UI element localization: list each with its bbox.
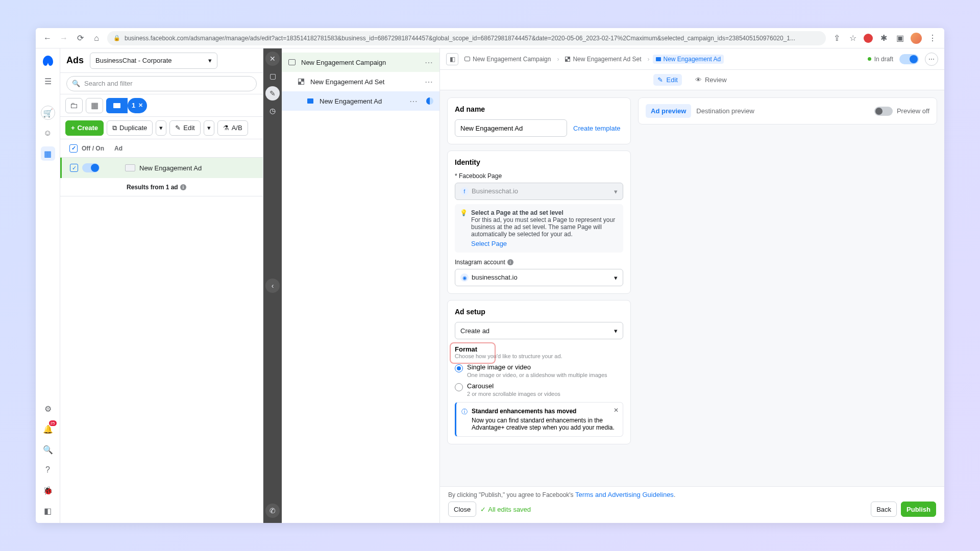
duplicate-button[interactable]: ⧉Duplicate [107,120,153,136]
check-icon: ✓ [480,506,486,513]
breadcrumb: ◧ New Engagement Campaign › New Engageme… [440,48,944,70]
page-title: Ads [66,55,84,66]
ad-name-card: Ad name Create template [447,97,631,144]
grid-view-icon[interactable]: ▦ [86,98,103,113]
search-icon[interactable]: 🔍 [41,442,55,457]
crumb-adset[interactable]: New Engagement Ad Set [562,55,644,64]
tab-edit[interactable]: ✎Edit [653,74,681,86]
edit-more[interactable]: ▾ [204,120,214,136]
crumb-ad[interactable]: New Engagement Ad [653,55,724,64]
ig-select[interactable]: ◉businesschat.io ▾ [455,269,623,286]
bulb-icon: 💡 [460,209,467,216]
meta-logo-icon[interactable] [41,54,55,68]
crumb-campaign[interactable]: New Engagement Campaign [461,55,554,64]
create-template-link[interactable]: Create template [573,124,621,132]
preview-tab-ad[interactable]: Ad preview [646,104,691,118]
ab-test-button[interactable]: ⚗A/B [217,120,248,136]
more-icon[interactable]: ⋯ [425,77,433,87]
create-button[interactable]: +Create [65,120,104,136]
info-icon: ⓘ [461,408,468,431]
collapse-icon[interactable]: ‹ [265,279,280,293]
tree-ad[interactable]: New Engagement Ad ⋯ [282,91,439,111]
bug-icon[interactable]: 🐞 [41,483,55,497]
pencil-icon[interactable]: ✎ [265,86,280,101]
close-button[interactable]: Close [448,502,476,517]
puzzle-icon[interactable]: ✱ [878,33,889,44]
toggle[interactable] [82,163,100,172]
extension-icon[interactable] [864,34,873,43]
format-option-single[interactable]: Single image or video One image or video… [455,363,623,378]
url-bar[interactable]: 🔒 business.facebook.com/adsmanager/manag… [107,31,826,45]
checkbox-all[interactable]: ✓ [69,144,78,153]
grid-icon[interactable]: ▦ [41,146,55,161]
footer: By clicking "Publish," you agree to Face… [440,486,944,523]
draft-toggle[interactable] [899,54,919,64]
preview-tab-dest[interactable]: Destination preview [691,104,759,118]
tree-adset[interactable]: New Engagement Ad Set ⋯ [282,72,439,91]
tree-panel: New Engagement Campaign ⋯ New Engagement… [282,48,440,523]
fb-page-label: * Facebook Page [455,172,623,180]
edit-button[interactable]: ✎Edit [169,120,200,136]
panel-left-icon[interactable]: ◧ [41,504,55,518]
ad-setup-card: Ad setup Create ad ▾ Format Choose how y… [447,300,631,444]
account-selector[interactable]: BusinessChat - Corporate ▾ [90,53,217,69]
chevron-down-icon: ▾ [614,274,618,282]
ads-tab[interactable] [106,98,128,113]
publish-button[interactable]: Publish [901,502,936,517]
cart-icon[interactable]: 🛒 [41,106,55,120]
panel-icon[interactable]: ▣ [894,33,905,44]
info-icon[interactable]: i [507,259,513,265]
menu-icon[interactable]: ⋮ [927,33,938,44]
fb-page-select[interactable]: fBusinesschat.io ▾ [455,183,623,200]
close-icon[interactable]: ✕ [138,102,143,109]
annotation-circle [450,342,496,364]
ad-thumb-icon [125,164,135,171]
select-page-link[interactable]: Select Page [471,240,618,247]
close-icon[interactable]: ✕ [265,52,280,66]
reload-icon[interactable]: ⟳ [75,33,86,44]
chevron-down-icon: ▾ [614,188,618,195]
phone-icon[interactable]: ✆ [265,504,280,518]
search-input[interactable]: 🔍 Search and filter [66,76,257,91]
checkbox-row[interactable]: ✓ [70,164,78,172]
panel-toggle-icon[interactable]: ◧ [446,53,458,65]
filter-pill[interactable]: 1 ✕ [128,98,147,113]
preview-card: Ad preview Destination preview Preview o… [638,97,937,124]
browser-toolbar: ← → ⟳ ⌂ 🔒 business.facebook.com/adsmanag… [36,28,944,48]
ad-name-input[interactable] [455,119,567,137]
forward-icon[interactable]: → [58,33,69,44]
bell-icon[interactable]: 🔔25 [41,422,55,436]
help-icon[interactable]: ? [41,463,55,477]
status-dot-icon [868,57,871,61]
chart-icon[interactable]: ▢ [265,69,280,83]
table-row[interactable]: ✓ New Engagement Ad [60,158,263,178]
preview-toggle[interactable] [874,107,893,116]
profile-avatar[interactable] [911,33,922,44]
more-icon[interactable]: ⋯ [409,96,418,106]
folder-view-icon[interactable]: 🗀 [65,98,83,113]
radio-icon [455,383,463,391]
radio-icon [455,364,463,372]
gear-icon[interactable]: ⚙ [41,402,55,416]
share-icon[interactable]: ⇪ [831,33,842,44]
more-icon[interactable]: ⋯ [925,53,938,66]
home-icon[interactable]: ⌂ [91,33,102,44]
format-option-carousel[interactable]: Carousel 2 or more scrollable images or … [455,382,623,397]
info-icon[interactable]: i [180,184,186,190]
more-icon[interactable]: ⋯ [425,58,433,67]
star-icon[interactable]: ☆ [847,33,859,44]
adset-icon [298,79,304,85]
duplicate-more[interactable]: ▾ [156,120,166,136]
tree-campaign[interactable]: New Engagement Campaign ⋯ [282,53,439,72]
clock-icon[interactable]: ◷ [265,104,280,118]
back-icon[interactable]: ← [42,33,53,44]
face-icon[interactable]: ☺ [41,126,55,140]
hamburger-icon[interactable]: ☰ [41,74,55,88]
close-icon[interactable]: ✕ [614,407,619,414]
tab-review[interactable]: 👁Review [691,74,731,86]
ad-setup-select[interactable]: Create ad ▾ [455,322,623,339]
side-strip: ✕ ▢ ✎ ◷ ‹ ✆ [263,48,282,523]
terms-link[interactable]: Terms and Advertising Guidelines [575,491,674,498]
folder-icon [288,59,296,65]
back-button[interactable]: Back [871,502,897,517]
